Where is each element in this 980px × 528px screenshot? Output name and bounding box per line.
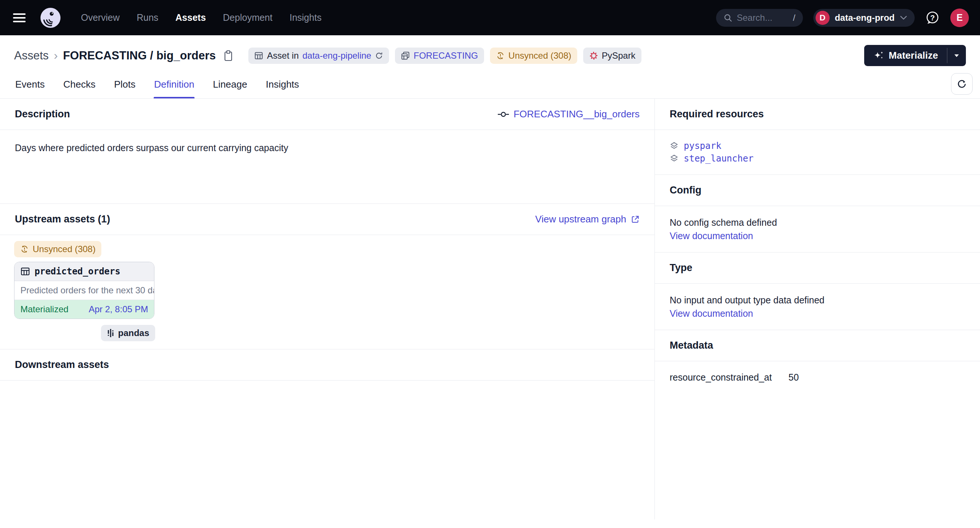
resource-row: pyspark	[670, 140, 965, 152]
breadcrumb: Assets › FORECASTING / big_orders	[14, 49, 234, 62]
type-title: Type	[670, 262, 692, 274]
upstream-section-header: Upstream assets (1) View upstream graph	[0, 204, 654, 235]
upstream-asset-card[interactable]: predicted_orders Predicted orders for th…	[14, 262, 154, 319]
resource-row: step_launcher	[670, 152, 965, 165]
resources-body: pyspark step_launcher	[655, 130, 980, 175]
nav-item-overview[interactable]: Overview	[81, 12, 119, 23]
chevron-down-icon	[900, 16, 907, 20]
table-icon	[21, 267, 30, 276]
config-empty-text: No config schema defined	[670, 216, 965, 229]
deployment-switcher[interactable]: D data-eng-prod	[813, 9, 915, 27]
spark-icon	[589, 51, 598, 60]
downstream-section-header: Downstream assets	[0, 350, 654, 380]
badge-compute-kind[interactable]: PySpark	[583, 48, 641, 64]
reload-icon	[957, 79, 967, 89]
asset-group-link: FORECASTING	[414, 51, 478, 61]
nav-item-runs[interactable]: Runs	[137, 12, 158, 23]
description-title: Description	[15, 108, 70, 120]
asset-card-timestamp[interactable]: Apr 2, 8:05 PM	[89, 304, 148, 315]
description-section-header: Description FORECASTING__big_orders	[0, 99, 654, 130]
materialize-split-button: Materialize	[864, 45, 966, 66]
metadata-title: Metadata	[670, 340, 713, 351]
breadcrumb-assets-link[interactable]: Assets	[14, 49, 49, 62]
upstream-unsynced-tag[interactable]: Unsynced (308)	[14, 241, 101, 257]
badge-compute-kind-label: PySpark	[602, 51, 635, 61]
type-empty-text: No input and output type data defined	[670, 293, 965, 307]
sync-alert-icon	[20, 245, 29, 254]
asset-card-description: Predicted orders for the next 30 day...	[14, 281, 154, 300]
pandas-icon	[107, 329, 115, 337]
view-upstream-graph-link[interactable]: View upstream graph	[535, 213, 640, 225]
badge-unsynced[interactable]: Unsynced (308)	[490, 48, 577, 64]
resource-layers-icon	[670, 154, 679, 163]
help-button[interactable]: ?	[925, 10, 940, 25]
refresh-icon[interactable]	[375, 52, 383, 60]
nav-item-insights[interactable]: Insights	[290, 12, 321, 23]
left-column: Description FORECASTING__big_orders Days…	[0, 99, 654, 520]
description-body: Days where predicted orders surpass our …	[0, 130, 654, 204]
search-placeholder: Search...	[737, 13, 789, 23]
tab-definition[interactable]: Definition	[154, 73, 194, 99]
tab-checks[interactable]: Checks	[63, 73, 96, 99]
help-icon: ?	[925, 10, 940, 25]
nav-item-assets[interactable]: Assets	[176, 12, 206, 23]
materialize-dropdown-button[interactable]	[947, 45, 966, 66]
metadata-key: resource_constrained_at	[670, 371, 789, 383]
job-link-label: FORECASTING__big_orders	[513, 108, 640, 120]
nav-item-deployment[interactable]: Deployment	[223, 12, 272, 23]
config-title: Config	[670, 184, 701, 196]
menu-icon	[13, 13, 26, 23]
asset-card-status: Materialized	[21, 304, 68, 315]
badge-asset-group[interactable]: FORECASTING	[395, 48, 484, 64]
asset-card-name: predicted_orders	[35, 266, 120, 277]
job-icon	[498, 111, 509, 118]
asset-group-icon	[401, 51, 410, 60]
job-link[interactable]: FORECASTING__big_orders	[498, 108, 640, 120]
metadata-row: resource_constrained_at 50	[670, 371, 965, 383]
caret-down-icon	[954, 54, 959, 57]
asset-kind-row: pandas	[14, 325, 155, 341]
resource-link-pyspark[interactable]: pyspark	[684, 140, 721, 152]
external-link-icon	[631, 215, 640, 224]
metadata-body: resource_constrained_at 50	[655, 361, 980, 393]
resources-section-header: Required resources	[655, 99, 980, 130]
clipboard-icon	[223, 50, 234, 62]
tab-lineage[interactable]: Lineage	[212, 73, 248, 99]
right-column: Required resources pyspark step_launcher…	[654, 99, 980, 520]
asset-card-footer: Materialized Apr 2, 8:05 PM	[14, 300, 154, 318]
resource-link-step-launcher[interactable]: step_launcher	[684, 152, 754, 165]
kind-tag-pandas[interactable]: pandas	[101, 325, 155, 341]
type-docs-link[interactable]: View documentation	[670, 307, 753, 320]
reload-definitions-button[interactable]	[951, 73, 972, 95]
copy-asset-key-button[interactable]	[223, 50, 234, 62]
config-docs-link[interactable]: View documentation	[670, 229, 753, 242]
upstream-unsynced-label: Unsynced (308)	[33, 244, 95, 254]
type-section-header: Type	[655, 253, 980, 284]
view-upstream-graph-label: View upstream graph	[535, 213, 626, 225]
user-avatar[interactable]: E	[950, 8, 969, 27]
dagster-logo[interactable]	[40, 8, 61, 28]
config-section-header: Config	[655, 175, 980, 206]
tab-events[interactable]: Events	[15, 73, 45, 99]
menu-button[interactable]	[11, 10, 27, 26]
search-shortcut-hint: /	[793, 13, 795, 23]
deployment-name: data-eng-prod	[835, 13, 895, 23]
top-nav-right: Search... / D data-eng-prod ? E	[716, 8, 969, 27]
pipeline-link[interactable]: data-eng-pipeline	[302, 51, 371, 61]
top-nav: Overview Runs Assets Deployment Insights…	[0, 0, 980, 35]
asset-tabs: Events Checks Plots Definition Lineage I…	[0, 73, 980, 99]
badge-asset-in-pipeline[interactable]: Asset in data-eng-pipeline	[248, 48, 389, 64]
definition-content: Description FORECASTING__big_orders Days…	[0, 99, 980, 520]
asset-badges: Asset in data-eng-pipeline FORECASTING	[248, 48, 641, 64]
sparkles-icon	[873, 50, 884, 61]
kind-tag-label: pandas	[118, 328, 149, 338]
materialize-button[interactable]: Materialize	[864, 45, 947, 66]
deployment-badge: D	[816, 11, 830, 25]
sync-alert-icon	[496, 51, 505, 60]
metadata-value: 50	[789, 371, 799, 383]
badge-unsynced-label: Unsynced (308)	[509, 51, 571, 61]
tab-insights[interactable]: Insights	[266, 73, 299, 99]
config-body: No config schema defined View documentat…	[655, 206, 980, 253]
search-input[interactable]: Search... /	[716, 9, 803, 27]
tab-plots[interactable]: Plots	[114, 73, 136, 99]
